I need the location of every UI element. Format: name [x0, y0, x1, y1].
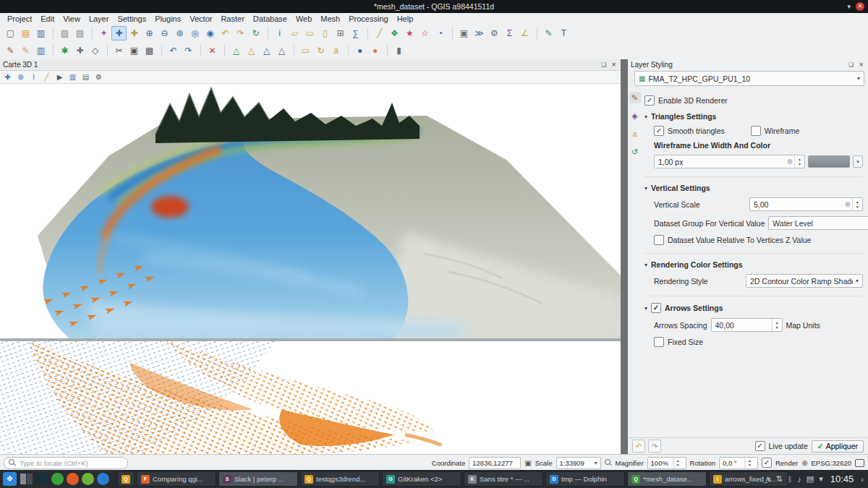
zoom-full-icon[interactable]: ⊛	[172, 26, 187, 40]
locate-input[interactable]: Type to locate (Ctrl+K)	[4, 457, 128, 469]
scale-select[interactable]: 1:33909 ▾	[556, 457, 601, 469]
zoom-to-layer-icon[interactable]: ◉	[203, 26, 218, 40]
save-project-icon[interactable]: ▥	[33, 26, 48, 40]
attribute-table-icon[interactable]: ⊞	[333, 26, 348, 40]
clear-field-icon[interactable]: ⊗	[787, 158, 793, 166]
relative-z-checkbox[interactable]	[654, 235, 664, 245]
arrows-spacing-input[interactable]: 40,00	[711, 318, 783, 332]
deselect-features-icon[interactable]: ▭	[302, 26, 318, 40]
menu-item-web[interactable]: Web	[292, 14, 316, 23]
new-project-icon[interactable]: ▢	[3, 26, 18, 40]
current-edits-icon[interactable]: ✎	[3, 43, 18, 58]
zoom-out-icon[interactable]: ⊖	[157, 26, 172, 40]
zoom-next-icon[interactable]: ↷	[233, 26, 248, 40]
wireframe-color-button[interactable]	[808, 155, 850, 168]
open-project-icon[interactable]: ▤	[18, 26, 33, 40]
rendering-style-select[interactable]: 2D Contour Color Ramp Shader ▾	[746, 274, 863, 288]
text-annotation-icon[interactable]: T	[556, 26, 571, 40]
python-console-icon[interactable]: ≫	[472, 26, 487, 40]
zoom-in-icon[interactable]: ⊕	[142, 26, 157, 40]
move-label-icon[interactable]: ▭	[298, 43, 313, 58]
launcher-icon-2[interactable]	[51, 473, 64, 485]
history-icon[interactable]: ↺	[629, 146, 641, 158]
smooth-triangles-checkbox[interactable]	[654, 126, 664, 136]
identify-3d-icon[interactable]: i	[27, 72, 40, 82]
show-bookmarks-icon[interactable]: ☆	[417, 26, 433, 40]
mesh-digitize-icon[interactable]: △	[229, 43, 244, 58]
shade-window-icon[interactable]: ▾	[847, 3, 851, 10]
menu-item-processing[interactable]: Processing	[344, 14, 392, 23]
zoom-to-selection-icon[interactable]: ◎	[187, 26, 203, 40]
style-undo-icon[interactable]: ↶	[632, 440, 645, 453]
spinner-arrows-icon[interactable]	[852, 198, 862, 210]
options-3d-icon[interactable]: ⚙	[93, 72, 105, 82]
tray-volume-icon[interactable]: ♪	[797, 475, 801, 484]
menu-item-vector[interactable]: Vector	[185, 14, 216, 23]
statistics-icon[interactable]: Σ	[502, 26, 517, 40]
map2d-canvas[interactable]	[0, 338, 621, 454]
menu-item-help[interactable]: Help	[393, 14, 418, 23]
map-tips-icon[interactable]: ❖	[387, 26, 402, 40]
fixed-size-checkbox[interactable]	[654, 337, 664, 347]
launcher-icon-3[interactable]	[67, 473, 79, 485]
layer-selector[interactable]: ▦ FMA_T2_HPC_GPU_PU1_10 ▾	[634, 71, 864, 86]
close-panel-icon[interactable]: ✕	[610, 61, 618, 69]
coordinate-input[interactable]: 12836,12277	[469, 457, 521, 469]
animations-icon[interactable]: ▶	[54, 72, 66, 82]
apply-button[interactable]: ✓ Appliquer	[812, 440, 864, 453]
undo-icon[interactable]: ↶	[166, 43, 181, 58]
paste-features-icon[interactable]: ▦	[142, 43, 157, 58]
labels-icon[interactable]: a	[629, 128, 641, 140]
3d-view-icon[interactable]: ◈	[629, 110, 641, 121]
task-button[interactable]: SSlack | peterp ...	[218, 471, 298, 487]
launcher-icon-5[interactable]	[97, 473, 109, 485]
task-button[interactable]: FComparing qgi...	[137, 471, 216, 487]
menu-item-raster[interactable]: Raster	[216, 14, 248, 23]
magnifier-input[interactable]: 100%	[647, 457, 686, 469]
menu-item-plugins[interactable]: Plugins	[150, 14, 185, 23]
menu-item-project[interactable]: Project	[3, 14, 36, 23]
identify-features-icon[interactable]: i	[272, 26, 287, 40]
pan-map-icon[interactable]: ✚	[111, 26, 127, 40]
clock[interactable]: 10:45	[830, 474, 854, 484]
spinner-arrows-icon[interactable]	[772, 319, 782, 331]
vertical-section-header[interactable]: ▾ Vertical Settings	[644, 176, 863, 192]
vertex-tool-icon[interactable]: ◇	[88, 43, 103, 58]
clear-field-icon[interactable]: ⊗	[845, 200, 851, 208]
map3d-viewport[interactable]	[0, 84, 621, 338]
measure-3d-icon[interactable]: ╱	[41, 72, 53, 82]
mesh-select-expression-icon[interactable]: △	[259, 43, 274, 58]
refresh-icon[interactable]: ↻	[248, 26, 263, 40]
mesh-transform-icon[interactable]: △	[274, 43, 289, 58]
arrows-enable-checkbox[interactable]	[651, 303, 661, 313]
style-redo-icon[interactable]: ↷	[648, 440, 661, 453]
dock-header[interactable]: Layer Styling ❏ ✕	[628, 59, 868, 70]
render-checkbox[interactable]	[762, 458, 772, 468]
task-button[interactable]: Q*mesh_datase...	[627, 471, 707, 487]
task-button[interactable]: KSans titre * — ...	[464, 471, 543, 487]
copy-features-icon[interactable]: ▣	[127, 43, 142, 58]
measure-angle-icon[interactable]: ∠	[517, 26, 532, 40]
task-button[interactable]: Dtmp — Dolphin	[545, 471, 625, 487]
close-panel-icon[interactable]: ✕	[857, 61, 865, 69]
task-button[interactable]: Qtestqgs3drend...	[300, 471, 380, 487]
menu-item-settings[interactable]: Settings	[113, 14, 150, 23]
menu-item-edit[interactable]: Edit	[36, 14, 59, 23]
tray-notifications-icon[interactable]: ▾	[819, 474, 823, 484]
wireframe-checkbox[interactable]	[751, 126, 761, 136]
pan-to-selection-icon[interactable]: ✚	[127, 26, 142, 40]
new-bookmark-icon[interactable]: ★	[402, 26, 417, 40]
layout-manager-icon[interactable]: ▨	[72, 26, 88, 40]
float-panel-icon[interactable]: ❏	[847, 61, 855, 69]
export-3d-icon[interactable]: ▤	[80, 72, 92, 82]
menu-item-view[interactable]: View	[59, 14, 85, 23]
wireframe-width-input[interactable]: 1,00 px ⊗	[654, 155, 805, 168]
titlebar[interactable]: *mesh_dataset - QGIS a98441511d ▾ ✕	[0, 0, 868, 13]
processing-toolbox-icon[interactable]: ⚙	[487, 26, 502, 40]
select-features-icon[interactable]: ▱	[287, 26, 302, 40]
virtual-desktop-pager[interactable]	[20, 474, 33, 484]
geonode-icon[interactable]: ●	[367, 43, 383, 58]
save-layer-edits-icon[interactable]: ▥	[33, 43, 48, 58]
live-update-checkbox[interactable]	[755, 441, 765, 451]
zoom-full-3d-icon[interactable]: ⊛	[14, 72, 27, 82]
